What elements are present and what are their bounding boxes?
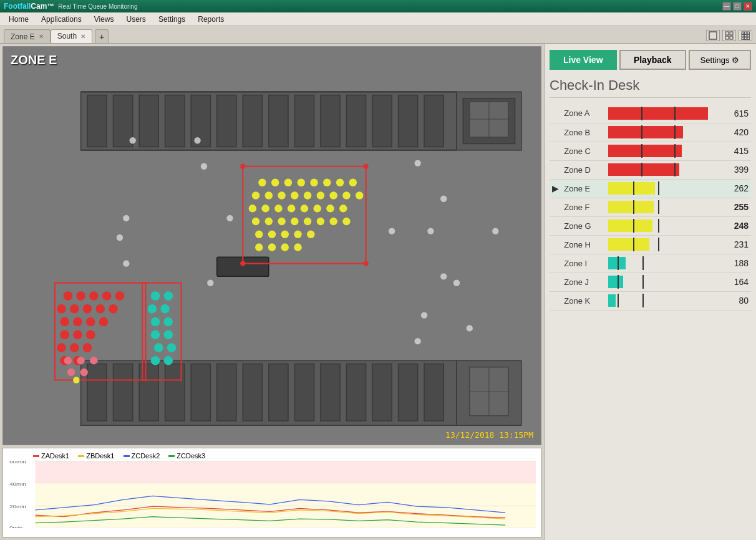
menu-users[interactable]: Users: [120, 14, 152, 25]
bar-tick1-10: [618, 294, 619, 307]
zone-name-7: Zone H: [561, 235, 606, 254]
zone-row[interactable]: Zone B 420: [550, 123, 751, 142]
svg-point-59: [363, 164, 368, 169]
svg-point-117: [73, 317, 82, 327]
zone-table: Zone A 615 Zone B 420 Zone C: [550, 104, 751, 311]
svg-rect-2: [730, 32, 733, 35]
zone-arrow-7: [550, 235, 561, 254]
svg-point-98: [268, 231, 276, 238]
zone-name-4: Zone E: [561, 179, 606, 198]
tab-south-close[interactable]: ✕: [80, 33, 85, 40]
zone-name-10: Zone K: [561, 291, 606, 310]
svg-point-149: [226, 215, 233, 221]
svg-rect-164: [35, 461, 536, 483]
tab-south[interactable]: South ✕: [51, 29, 92, 43]
svg-point-150: [440, 273, 447, 279]
zone-arrow-6: [550, 216, 561, 235]
svg-point-119: [99, 317, 109, 327]
svg-rect-9: [745, 35, 747, 37]
zone-row[interactable]: Zone H 231: [550, 235, 751, 254]
zone-row[interactable]: Zone C 415: [550, 142, 751, 160]
svg-point-105: [294, 243, 301, 251]
grid3-view-button[interactable]: [739, 30, 752, 41]
minimize-button[interactable]: —: [722, 2, 731, 11]
zone-arrow-0: [550, 104, 561, 123]
svg-point-135: [148, 304, 157, 314]
bar-tick1-5: [633, 200, 634, 214]
zone-name-5: Zone F: [561, 198, 606, 216]
zone-row[interactable]: Zone A 615: [550, 104, 751, 123]
zone-tbody: Zone A 615 Zone B 420 Zone C: [550, 104, 751, 310]
svg-point-122: [86, 330, 95, 340]
tab-zone-e[interactable]: Zone E ✕: [4, 29, 51, 43]
svg-point-93: [304, 218, 311, 225]
svg-point-120: [60, 330, 69, 340]
section-title: Check-In Desk: [550, 77, 751, 98]
zone-arrow-8: [550, 254, 561, 272]
svg-rect-27: [321, 95, 340, 147]
menubar: Home Applications Views Users Settings R…: [0, 12, 756, 26]
svg-point-109: [102, 291, 112, 301]
zone-row[interactable]: Zone D 399: [550, 160, 751, 179]
playback-button[interactable]: Playback: [619, 50, 687, 70]
svg-point-103: [268, 243, 276, 251]
zone-row[interactable]: Zone G 248: [550, 216, 751, 235]
svg-rect-29: [372, 95, 392, 147]
menu-settings[interactable]: Settings: [152, 14, 191, 25]
zone-row[interactable]: Zone K 80: [550, 291, 751, 310]
zone-row[interactable]: ▶ Zone E 262: [550, 179, 751, 198]
live-view-button[interactable]: Live View: [550, 50, 617, 70]
svg-rect-12: [745, 37, 747, 40]
zone-row[interactable]: Zone J 164: [550, 272, 751, 291]
zone-arrow-3: [550, 160, 561, 179]
svg-point-74: [278, 191, 285, 199]
menu-applications[interactable]: Applications: [35, 14, 88, 25]
settings-button[interactable]: Settings ⚙: [689, 50, 751, 70]
map-svg: [3, 47, 541, 445]
view-controls: Live View Playback Settings ⚙: [550, 50, 751, 70]
svg-text:60min: 60min: [9, 461, 26, 465]
tab-zone-e-close[interactable]: ✕: [39, 33, 44, 40]
zone-bar-0: [608, 107, 708, 120]
svg-point-162: [414, 338, 420, 344]
svg-rect-30: [399, 95, 418, 147]
map-container: ZONE E 13/12/2018 13:15PM: [2, 46, 541, 445]
zone-row[interactable]: Zone I 188: [550, 254, 751, 272]
zone-count-10: 80: [719, 291, 751, 310]
tabbar: Zone E ✕ South ✕ +: [0, 26, 756, 44]
legend-zc2-label: ZCDesk2: [132, 452, 160, 460]
svg-point-156: [123, 215, 129, 221]
svg-point-134: [164, 291, 173, 301]
close-button[interactable]: ✕: [744, 2, 752, 11]
menu-views[interactable]: Views: [88, 14, 120, 25]
add-tab-button[interactable]: +: [95, 29, 109, 43]
zone-arrow-1: [550, 123, 561, 142]
svg-rect-0: [709, 32, 717, 39]
bar-tick1-8: [618, 256, 619, 270]
menu-home[interactable]: Home: [2, 14, 35, 25]
svg-point-81: [249, 205, 256, 212]
svg-point-67: [298, 179, 305, 186]
menu-reports[interactable]: Reports: [191, 14, 230, 25]
svg-text:40min: 40min: [9, 481, 26, 487]
svg-point-100: [294, 231, 301, 238]
settings-gear-icon: ⚙: [732, 55, 739, 65]
maximize-button[interactable]: □: [733, 2, 742, 11]
svg-point-111: [57, 304, 66, 314]
zone-bar-9: [608, 276, 623, 288]
zone-count-2: 415: [719, 142, 751, 160]
grid2-view-button[interactable]: [722, 30, 736, 41]
zone-row[interactable]: Zone F 255: [550, 198, 751, 216]
zone-label: ZONE E: [11, 53, 57, 67]
bar-tick2-5: [658, 200, 659, 214]
svg-rect-44: [243, 364, 262, 421]
svg-rect-50: [399, 364, 418, 421]
svg-point-151: [389, 228, 395, 234]
svg-point-114: [96, 304, 105, 314]
svg-point-153: [130, 137, 136, 143]
svg-point-58: [240, 164, 245, 169]
svg-point-129: [77, 357, 84, 364]
single-view-button[interactable]: [706, 30, 720, 41]
svg-rect-26: [294, 95, 314, 147]
svg-point-128: [64, 357, 72, 364]
